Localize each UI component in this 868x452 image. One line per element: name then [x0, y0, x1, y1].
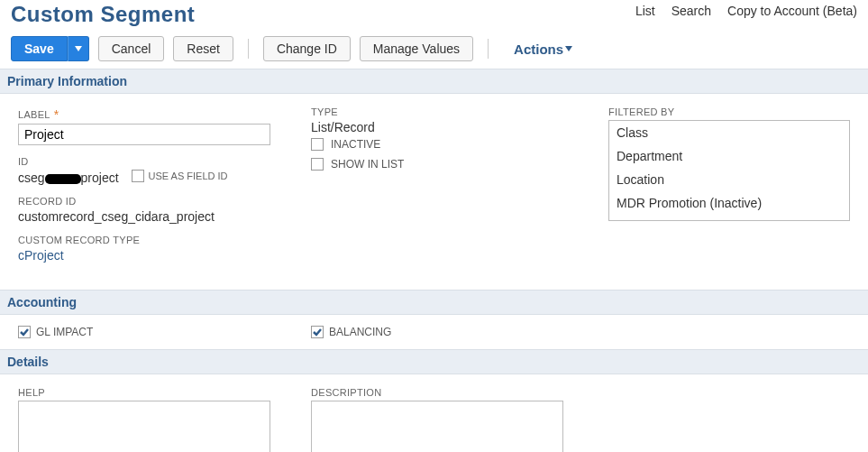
- label-field-label: LABEL: [18, 106, 311, 121]
- link-copy-to-account[interactable]: Copy to Account (Beta): [727, 4, 857, 18]
- reset-button[interactable]: Reset: [173, 36, 233, 61]
- toolbar-separator: [248, 39, 249, 59]
- page-title: Custom Segment: [11, 2, 195, 27]
- type-value: List/Record: [311, 120, 608, 134]
- record-id-value: customrecord_cseg_cidara_project: [18, 209, 311, 224]
- save-dropdown-button[interactable]: [68, 36, 89, 61]
- id-value: csegproject: [18, 171, 123, 185]
- svg-marker-0: [75, 46, 82, 51]
- section-details: Details: [0, 349, 868, 374]
- section-accounting: Accounting: [0, 290, 868, 315]
- record-id-label: RECORD ID: [18, 196, 311, 207]
- list-item[interactable]: Department: [609, 144, 849, 168]
- filtered-by-label: FILTERED BY: [608, 106, 850, 117]
- show-in-list-checkbox[interactable]: [311, 158, 324, 171]
- link-list[interactable]: List: [635, 4, 655, 18]
- toolbar-separator: [488, 39, 489, 59]
- balancing-checkbox[interactable]: [311, 326, 324, 338]
- cancel-button[interactable]: Cancel: [98, 36, 165, 61]
- description-label: DESCRIPTION: [311, 387, 608, 398]
- help-textarea[interactable]: [18, 401, 270, 452]
- type-label: TYPE: [311, 106, 608, 117]
- list-item[interactable]: MDR Promotion (Inactive): [609, 191, 849, 215]
- balancing-label: BALANCING: [329, 326, 391, 338]
- help-label: HELP: [18, 387, 311, 398]
- svg-marker-1: [565, 46, 572, 51]
- link-search[interactable]: Search: [672, 4, 711, 18]
- triangle-down-icon: [565, 46, 572, 51]
- use-as-field-id-label: USE AS FIELD ID: [149, 171, 228, 181]
- inactive-checkbox[interactable]: [311, 138, 324, 151]
- custom-record-type-label: CUSTOM RECORD TYPE: [18, 235, 311, 245]
- list-item[interactable]: Class: [609, 121, 849, 144]
- save-button[interactable]: Save: [11, 36, 68, 61]
- filtered-by-list[interactable]: Class Department Location MDR Promotion …: [608, 120, 850, 221]
- id-field-label: ID: [18, 156, 311, 167]
- gl-impact-checkbox[interactable]: [18, 326, 31, 338]
- change-id-button[interactable]: Change ID: [263, 36, 351, 61]
- label-input[interactable]: [18, 124, 270, 145]
- show-in-list-label: SHOW IN LIST: [331, 158, 404, 171]
- use-as-field-id-checkbox[interactable]: [132, 170, 144, 182]
- redacted-text: [45, 174, 81, 184]
- list-item[interactable]: Location: [609, 168, 849, 191]
- description-textarea[interactable]: [311, 401, 563, 452]
- inactive-label: INACTIVE: [331, 138, 380, 151]
- custom-record-type-link[interactable]: cProject: [18, 248, 311, 263]
- section-primary-information: Primary Information: [0, 69, 868, 94]
- gl-impact-label: GL IMPACT: [36, 326, 93, 338]
- triangle-down-icon: [75, 46, 82, 51]
- actions-menu[interactable]: Actions: [514, 42, 572, 57]
- manage-values-button[interactable]: Manage Values: [360, 36, 473, 61]
